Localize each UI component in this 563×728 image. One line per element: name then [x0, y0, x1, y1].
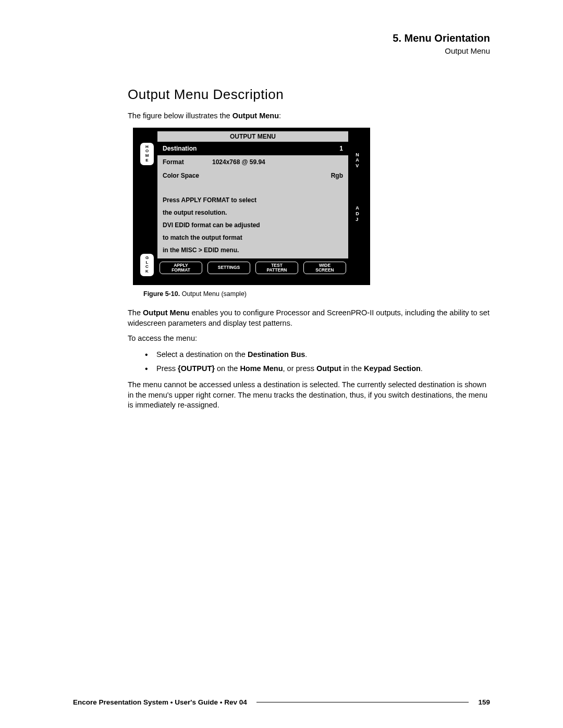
menu-left-column: H O M E G L C K	[137, 131, 157, 281]
figure-label: Figure 5-10.	[143, 290, 180, 298]
b2-b4: Keypad Section	[364, 364, 421, 373]
row-value	[212, 145, 322, 152]
page-footer: Encore Presentation System • User's Guid…	[73, 698, 490, 706]
b1-bold: Destination Bus	[248, 350, 305, 359]
menu-row-format[interactable]: Format 1024x768 @ 59.94	[157, 155, 348, 169]
b2-t1: Press	[156, 364, 178, 373]
row-label: Destination	[163, 145, 212, 152]
menu-button-row: APPLY FORMAT SETTINGS TEST PATTERN WIDE …	[157, 258, 348, 276]
p1-pre: The	[128, 309, 143, 317]
bullet-2: Press {OUTPUT} on the Home Menu, or pres…	[156, 363, 490, 375]
figure-text: Output Menu (sample)	[182, 290, 247, 298]
intro-pre: The figure below illustrates the	[128, 112, 232, 120]
intro-text: The figure below illustrates the Output …	[128, 111, 490, 121]
b1-post: .	[305, 350, 307, 359]
menu-row-colorspace[interactable]: Color Space Rgb	[157, 169, 348, 190]
paragraph-1: The Output Menu enables you to configure…	[128, 308, 490, 328]
b2-t5: .	[421, 364, 423, 373]
nav-label: N A V	[356, 152, 359, 169]
intro-post: :	[279, 112, 281, 120]
chapter-title: 5. Menu Orientation	[128, 32, 490, 44]
test-pattern-button[interactable]: TEST PATTERN	[255, 262, 298, 275]
row-right: Rgb	[322, 172, 343, 179]
row-value: 1024x768 @ 59.94	[212, 158, 322, 166]
b2-t2: on the	[215, 364, 240, 373]
bullet-1: Select a destination on the Destination …	[156, 349, 490, 361]
adj-label: A D J	[356, 205, 359, 222]
bullet-list: Select a destination on the Destination …	[128, 349, 490, 375]
b2-b1: {OUTPUT}	[178, 364, 215, 373]
b1-pre: Select a destination on the	[156, 350, 248, 359]
wide-screen-button[interactable]: WIDE SCREEN	[303, 262, 346, 275]
glck-button[interactable]: G L C K	[140, 254, 154, 276]
b2-b3: Output	[316, 364, 341, 373]
p1-bold: Output Menu	[143, 309, 189, 317]
row-right	[322, 158, 343, 166]
row-label: Color Space	[163, 172, 212, 179]
row-label: Format	[163, 158, 212, 166]
paragraph-2: To access the menu:	[128, 334, 490, 344]
home-button[interactable]: H O M E	[140, 143, 154, 165]
menu-info-text: Press APPLY FORMAT to select the output …	[157, 190, 348, 258]
b2-t3: , or press	[283, 364, 316, 373]
settings-button[interactable]: SETTINGS	[207, 262, 250, 275]
footer-page-number: 159	[478, 698, 490, 706]
menu-right-column: N A V A D J	[348, 131, 366, 281]
section-name: Output Menu	[128, 46, 490, 55]
row-value	[212, 172, 322, 179]
footer-doc: Encore Presentation System • User's Guid…	[73, 698, 247, 706]
footer-divider	[256, 702, 469, 702]
page-header: 5. Menu Orientation Output Menu	[128, 32, 490, 55]
menu-title: OUTPUT MENU	[157, 131, 348, 142]
figure-caption: Figure 5-10. Output Menu (sample)	[143, 290, 490, 298]
row-right: 1	[322, 145, 343, 152]
paragraph-3: The menu cannot be accessed unless a des…	[128, 380, 490, 411]
intro-bold: Output Menu	[232, 112, 279, 120]
page-title: Output Menu Description	[128, 87, 490, 103]
menu-row-destination[interactable]: Destination 1	[157, 142, 348, 155]
output-menu-figure: H O M E G L C K OUTPUT MENU Destination …	[133, 128, 370, 285]
b2-b2: Home Menu	[240, 364, 283, 373]
b2-t4: in the	[341, 364, 364, 373]
apply-format-button[interactable]: APPLY FORMAT	[160, 262, 202, 275]
menu-center: OUTPUT MENU Destination 1 Format 1024x76…	[157, 131, 348, 281]
